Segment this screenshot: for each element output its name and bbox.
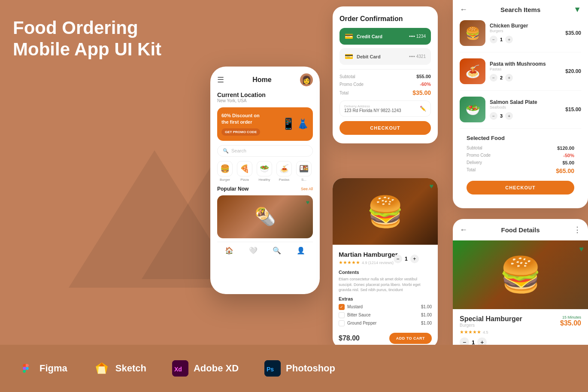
summary-subtotal-row: Subtotal $120.00 <box>467 146 574 151</box>
summary-promo-value: -50% <box>563 153 574 158</box>
food-details-category: Burgers <box>460 323 522 328</box>
hamburger-food-card: 🍔 ♥ Martian Hamburger ★★★★★ 4.9 (1214 re… <box>333 178 438 348</box>
search-panel-title: Search Items <box>500 6 540 13</box>
ground-pepper-checkbox[interactable] <box>339 320 345 326</box>
hamburger-menu-icon[interactable]: ☰ <box>217 75 224 85</box>
debit-card-option[interactable]: 💳 Debit Card •••• 4321 <box>339 48 431 65</box>
edit-address-icon[interactable]: ✏️ <box>420 106 426 112</box>
filter-icon[interactable]: ▼ <box>573 5 581 14</box>
nav-favorites-icon[interactable]: 🤍 <box>249 246 258 255</box>
nav-home-icon[interactable]: 🏠 <box>225 246 233 255</box>
list-item[interactable]: 🍔 Chicken Burger Burgers − 1 + $35.00 <box>460 20 581 52</box>
mustard-checkbox[interactable]: ✓ <box>339 304 345 310</box>
salad-decrease-btn[interactable]: − <box>490 112 497 120</box>
see-all-link[interactable]: See All <box>301 187 313 191</box>
favorite-icon[interactable]: ♥ <box>306 199 309 206</box>
summary-subtotal-value: $120.00 <box>557 146 574 151</box>
promo-text: 60% Discount onthe first order <box>221 112 260 126</box>
qty-decrease-btn[interactable]: − <box>394 255 402 263</box>
promo-button[interactable]: GET PROMO CODE <box>221 128 260 136</box>
healthy-label: Healthy <box>258 178 270 182</box>
category-healthy[interactable]: 🥗 Healthy <box>257 161 272 182</box>
contents-text: Etiam consectetur nulla sit amet dolor v… <box>339 277 432 293</box>
pastas-label: Pastas <box>279 178 289 182</box>
list-item[interactable]: 🥗 Salmon Salad Plate Seafoods − 3 + $15.… <box>460 97 581 129</box>
debit-card-icon: 💳 <box>345 52 353 61</box>
category-burger[interactable]: 🍔 Burger <box>217 161 233 182</box>
hamburger-rating: 4.9 (1214 reviews) <box>362 261 394 265</box>
chicken-burger-qty-row[interactable]: − 1 + <box>490 36 561 43</box>
category-pizza[interactable]: 🍕 Pizza <box>237 161 252 182</box>
checkout-button[interactable]: CHECKOUT <box>339 121 431 135</box>
summary-delivery-row: Delivery $5.00 <box>467 160 574 165</box>
bitter-sauce-checkbox[interactable] <box>339 312 345 318</box>
chicken-burger-increase-btn[interactable]: + <box>505 36 513 43</box>
back-arrow-icon[interactable]: ← <box>460 5 467 14</box>
search-bar[interactable]: 🔍 Search <box>217 145 313 157</box>
total-value: $35.00 <box>412 89 431 96</box>
details-back-icon[interactable]: ← <box>460 225 467 234</box>
extra-bitter-sauce: Bitter Sauce $1.00 <box>339 312 432 318</box>
nav-search-icon[interactable]: 🔍 <box>273 246 281 255</box>
extras-label: Extras <box>339 296 432 301</box>
credit-card-option[interactable]: 💳 Credit Card •••• 1234 <box>339 28 431 45</box>
salad-price: $15.00 <box>565 106 581 112</box>
bottom-nav: 🏠 🤍 🔍 👤 <box>217 242 313 259</box>
selected-food-summary: Selected Food Subtotal $120.00 Promo Cod… <box>460 135 581 201</box>
food-details-image: 🍔 ♥ <box>453 240 588 309</box>
details-favorite-icon[interactable]: ♥ <box>579 245 584 254</box>
add-to-cart-button[interactable]: ADD TO CART <box>389 333 432 344</box>
category-pastas[interactable]: 🍝 Pastas <box>276 161 292 182</box>
bottom-tools-bar: Figma Sketch Xd Adobe XD <box>0 345 588 392</box>
category-other[interactable]: 🍱 S... <box>296 161 312 182</box>
ps-label: Photoshop <box>286 363 335 374</box>
hamburger-qty-control[interactable]: − 1 + <box>394 255 419 263</box>
qty-increase-btn[interactable]: + <box>410 255 419 263</box>
popular-now-title: Popular Now <box>217 186 249 192</box>
sketch-icon <box>93 360 110 377</box>
nav-profile-icon[interactable]: 👤 <box>297 246 305 255</box>
debit-card-label: Debit Card <box>357 54 381 59</box>
chicken-burger-decrease-btn[interactable]: − <box>490 36 497 43</box>
details-more-icon[interactable]: ⋮ <box>573 225 581 234</box>
promo-code-label: Promo Code <box>339 82 364 87</box>
salad-qty-row[interactable]: − 3 + <box>490 112 561 120</box>
credit-card-number: •••• 1234 <box>409 34 426 39</box>
summary-checkout-button[interactable]: CHECKOUT <box>467 181 574 194</box>
figma-tool-item: Figma <box>17 360 67 377</box>
extra-ground-pepper: Ground Pepper $1.00 <box>339 320 432 326</box>
food-details-stars: ★★★★★ <box>460 329 481 335</box>
phone-home-mockup: ☰ Home 👩 Current Location New York, USA … <box>210 67 320 294</box>
xd-tool-item: Xd Adobe XD <box>172 360 239 377</box>
qty-value: 1 <box>405 256 408 262</box>
pasta-info: Pasta with Mushrooms Pastas − 2 + <box>490 61 561 82</box>
promo-row: Promo Code -60% <box>339 82 431 87</box>
salad-category: Seafoods <box>490 105 561 109</box>
avatar: 👩 <box>300 73 313 86</box>
mustard-name: Mustard <box>347 304 363 309</box>
pasta-decrease-btn[interactable]: − <box>490 74 497 82</box>
other-icon: 🍱 <box>296 161 312 176</box>
pasta-qty: 2 <box>500 75 503 80</box>
pasta-increase-btn[interactable]: + <box>505 74 513 82</box>
pastas-icon: 🍝 <box>276 161 292 176</box>
salad-qty: 3 <box>500 113 503 119</box>
xd-icon: Xd <box>172 360 188 377</box>
promo-banner[interactable]: 60% Discount onthe first order GET PROMO… <box>217 107 313 141</box>
pasta-category: Pastas <box>490 67 561 71</box>
hamburger-favorite-icon[interactable]: ♥ <box>430 182 434 190</box>
featured-food-card[interactable]: 🌯 ♥ <box>217 195 313 238</box>
food-details-time: 15 Minutes <box>560 315 581 319</box>
credit-card-label: Credit Card <box>357 34 382 39</box>
categories: 🍔 Burger 🍕 Pizza 🥗 Healthy 🍝 Pastas 🍱 S.… <box>217 161 313 182</box>
svg-text:Xd: Xd <box>174 366 182 373</box>
chicken-burger-name: Chicken Burger <box>490 23 561 29</box>
salad-increase-btn[interactable]: + <box>505 112 513 120</box>
phone-home-title: Home <box>252 76 271 84</box>
bitter-sauce-price: $1.00 <box>421 313 432 317</box>
contents-label: Contents <box>339 270 432 275</box>
pizza-icon: 🍕 <box>237 161 252 176</box>
pasta-name: Pasta with Mushrooms <box>490 61 561 67</box>
list-item[interactable]: 🍝 Pasta with Mushrooms Pastas − 2 + $20.… <box>460 58 581 91</box>
pasta-qty-row[interactable]: − 2 + <box>490 74 561 82</box>
